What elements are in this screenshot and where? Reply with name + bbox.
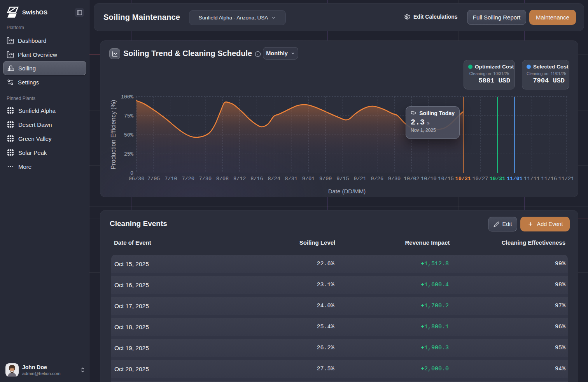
svg-text:9/30: 9/30 xyxy=(388,176,401,182)
svg-text:11/11: 11/11 xyxy=(524,176,540,182)
svg-text:10/02: 10/02 xyxy=(404,176,420,182)
svg-text:10/27: 10/27 xyxy=(472,176,488,182)
svg-text:10/21: 10/21 xyxy=(455,176,471,182)
svg-text:10/15: 10/15 xyxy=(438,176,454,182)
svg-text:9/01: 9/01 xyxy=(302,176,315,182)
svg-text:7/10: 7/10 xyxy=(164,176,177,182)
svg-text:7/20: 7/20 xyxy=(182,176,194,182)
svg-text:9/15: 9/15 xyxy=(336,176,349,182)
svg-text:8/12: 8/12 xyxy=(233,176,246,182)
svg-text:50%: 50% xyxy=(124,132,134,138)
svg-text:75%: 75% xyxy=(124,113,134,119)
svg-text:7/05: 7/05 xyxy=(147,176,160,182)
svg-text:10/10: 10/10 xyxy=(421,176,437,182)
svg-text:9/21: 9/21 xyxy=(354,176,366,182)
svg-text:11/21: 11/21 xyxy=(558,176,574,182)
svg-text:8/31: 8/31 xyxy=(285,176,298,182)
svg-text:06/30: 06/30 xyxy=(129,176,145,182)
svg-text:8/24: 8/24 xyxy=(268,176,280,182)
svg-text:9/26: 9/26 xyxy=(371,176,383,182)
svg-text:7/30: 7/30 xyxy=(199,176,212,182)
svg-text:11/01: 11/01 xyxy=(507,176,523,182)
svg-text:10/31: 10/31 xyxy=(490,176,506,182)
svg-text:8/08: 8/08 xyxy=(216,176,229,182)
svg-text:100%: 100% xyxy=(121,94,134,100)
svg-text:8/16: 8/16 xyxy=(250,176,263,182)
svg-text:11/16: 11/16 xyxy=(541,176,557,182)
svg-text:25%: 25% xyxy=(124,151,134,157)
svg-text:9/09: 9/09 xyxy=(319,176,332,182)
